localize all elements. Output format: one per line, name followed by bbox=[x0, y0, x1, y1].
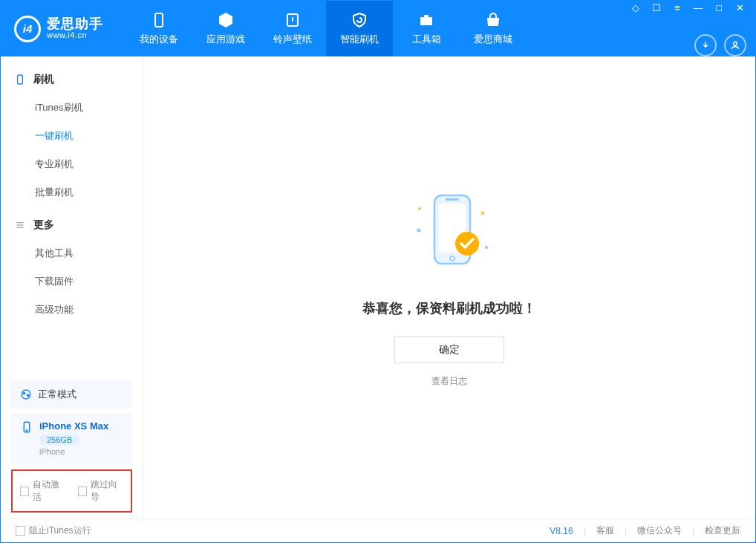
support-link[interactable]: 客服 bbox=[596, 524, 614, 537]
device-card[interactable]: iPhone XS Max 256GB iPhone bbox=[11, 413, 132, 464]
checkbox-label: 阻止iTunes运行 bbox=[29, 524, 91, 537]
mode-label: 正常模式 bbox=[38, 388, 76, 401]
svg-rect-0 bbox=[155, 13, 163, 27]
checkbox-auto-activate[interactable]: 自动激活 bbox=[20, 478, 66, 504]
nav-store[interactable]: 爱思商城 bbox=[460, 1, 527, 56]
menu-icon[interactable]: ≡ bbox=[671, 1, 684, 15]
mode-card[interactable]: 正常模式 bbox=[11, 380, 132, 409]
wechat-link[interactable]: 微信公众号 bbox=[637, 524, 682, 537]
device-phone-icon bbox=[20, 420, 33, 434]
device-capacity: 256GB bbox=[39, 435, 79, 445]
checkbox-label: 跳过向导 bbox=[91, 478, 123, 504]
toolbox-icon bbox=[417, 11, 435, 29]
svg-point-14 bbox=[418, 207, 421, 210]
svg-rect-5 bbox=[18, 75, 23, 84]
sidebar-item-download-firmware[interactable]: 下载固件 bbox=[1, 267, 143, 296]
svg-point-11 bbox=[27, 394, 29, 397]
checkbox-label: 自动激活 bbox=[33, 478, 65, 504]
svg-rect-18 bbox=[446, 198, 459, 201]
nav-label: 智能刷机 bbox=[340, 33, 379, 46]
view-log-link[interactable]: 查看日志 bbox=[431, 375, 467, 388]
svg-point-15 bbox=[485, 246, 488, 249]
ok-button[interactable]: 确定 bbox=[394, 336, 504, 363]
shirt-icon[interactable]: ◇ bbox=[629, 1, 642, 15]
nav-label: 我的设备 bbox=[140, 33, 178, 46]
checkbox-skip-guide[interactable]: 跳过向导 bbox=[78, 478, 124, 504]
sidebar-item-oneclick-flash[interactable]: 一键刷机 bbox=[1, 122, 143, 150]
checkbox-block-itunes[interactable]: 阻止iTunes运行 bbox=[16, 524, 91, 537]
svg-point-10 bbox=[23, 392, 25, 394]
app-name: 爱思助手 bbox=[47, 17, 103, 31]
svg-rect-3 bbox=[424, 15, 428, 17]
nav-label: 应用游戏 bbox=[206, 33, 245, 46]
nav-apps-games[interactable]: 应用游戏 bbox=[192, 1, 259, 56]
sidebar-item-batch-flash[interactable]: 批量刷机 bbox=[1, 178, 143, 207]
nav-label: 爱思商城 bbox=[474, 33, 512, 46]
sidebar-item-other-tools[interactable]: 其他工具 bbox=[1, 239, 143, 267]
close-button[interactable]: ✕ bbox=[733, 1, 746, 15]
nav-ringtone-wallpaper[interactable]: 铃声壁纸 bbox=[259, 1, 326, 56]
user-button[interactable] bbox=[724, 34, 746, 56]
nav-smart-flash[interactable]: 智能刷机 bbox=[326, 1, 393, 56]
device-name: iPhone XS Max bbox=[39, 420, 108, 432]
highlighted-options-box: 自动激活 跳过向导 bbox=[11, 469, 132, 513]
minimize-button[interactable]: ― bbox=[691, 1, 705, 15]
store-icon bbox=[484, 11, 502, 29]
nav-label: 铃声壁纸 bbox=[273, 33, 312, 46]
svg-point-13 bbox=[26, 430, 27, 432]
svg-rect-2 bbox=[420, 17, 432, 25]
music-icon bbox=[284, 11, 302, 29]
version-label: V8.16 bbox=[550, 526, 573, 536]
list-icon bbox=[14, 219, 26, 231]
sidebar-item-pro-flash[interactable]: 专业刷机 bbox=[1, 150, 143, 178]
svg-point-4 bbox=[734, 42, 737, 45]
app-url: www.i4.cn bbox=[47, 31, 103, 40]
svg-point-9 bbox=[22, 390, 30, 399]
check-update-link[interactable]: 检查更新 bbox=[705, 524, 740, 537]
sidebar-item-itunes-flash[interactable]: iTunes刷机 bbox=[1, 94, 143, 122]
nav-label: 工具箱 bbox=[412, 33, 441, 46]
maximize-button[interactable]: □ bbox=[712, 1, 726, 15]
mode-icon bbox=[20, 388, 32, 400]
sidebar-section-flash[interactable]: 刷机 bbox=[1, 65, 143, 94]
sidebar-section-more[interactable]: 更多 bbox=[1, 211, 143, 239]
sidebar-item-advanced[interactable]: 高级功能 bbox=[1, 296, 143, 324]
shield-refresh-icon bbox=[351, 11, 368, 29]
device-type: iPhone bbox=[39, 447, 108, 456]
success-message: 恭喜您，保资料刷机成功啦！ bbox=[362, 299, 536, 317]
download-button[interactable] bbox=[694, 34, 717, 56]
link-icon[interactable]: ☐ bbox=[650, 1, 663, 15]
logo-icon: i4 bbox=[14, 16, 41, 42]
section-title: 更多 bbox=[33, 218, 54, 232]
cube-icon bbox=[217, 11, 235, 29]
nav-my-device[interactable]: 我的设备 bbox=[126, 1, 192, 56]
device-icon bbox=[150, 11, 168, 29]
phone-icon bbox=[14, 74, 26, 85]
nav-toolbox[interactable]: 工具箱 bbox=[393, 1, 460, 56]
success-illustration bbox=[394, 188, 505, 284]
app-logo: i4 爱思助手 www.i4.cn bbox=[14, 16, 103, 42]
section-title: 刷机 bbox=[33, 73, 54, 86]
